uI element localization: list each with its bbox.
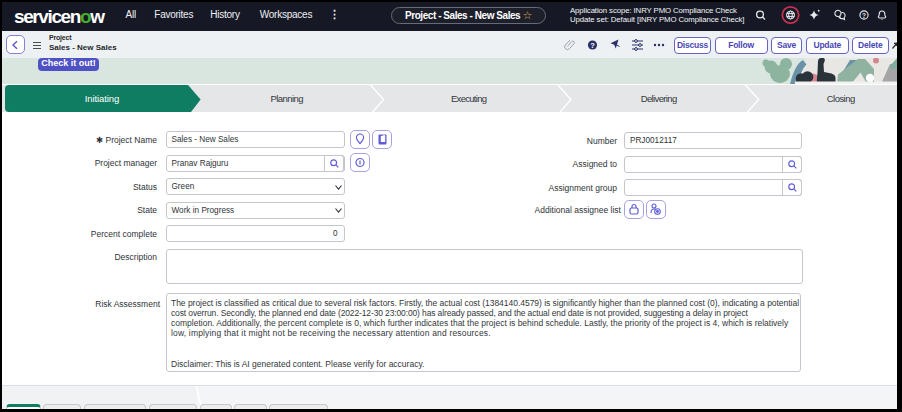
svg-text:Planning: Planning [271,93,304,104]
svg-text:?: ? [590,41,595,50]
svg-text:Closing: Closing [827,93,856,104]
svg-text:?: ? [862,12,866,19]
svg-text:Delivering: Delivering [641,93,678,104]
svg-text:servicenow: servicenow [14,6,105,27]
svg-text:Executing: Executing [451,93,487,104]
svg-text:Initiating: Initiating [85,93,120,104]
